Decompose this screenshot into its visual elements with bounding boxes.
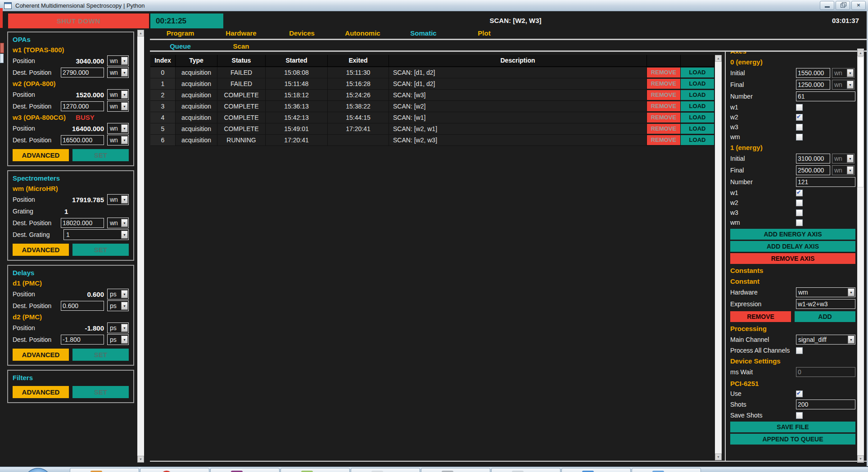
units-select[interactable]: wn▼ [107, 123, 129, 134]
scroll-down-icon[interactable]: ▼ [137, 456, 144, 463]
save-file-button[interactable]: SAVE FILE [730, 422, 855, 432]
taskbar-app-button[interactable] [351, 468, 420, 472]
append-to-queue-button[interactable]: APPEND TO QUEUE [730, 434, 855, 445]
remove-button[interactable]: REMOVE [647, 68, 680, 77]
wm-checkbox[interactable] [796, 134, 803, 141]
shutdown-button[interactable]: SHUT DOWN [8, 14, 149, 28]
remove-button[interactable]: REMOVE [647, 101, 680, 111]
save-shots-checkbox[interactable] [796, 412, 803, 419]
wm-checkbox[interactable] [796, 219, 803, 226]
load-button[interactable]: LOAD [681, 135, 714, 145]
scroll-up-icon[interactable]: ▲ [715, 55, 722, 62]
minimize-button[interactable] [820, 1, 834, 10]
taskbar-app-button[interactable] [632, 468, 701, 472]
tab-devices[interactable]: Devices [271, 28, 332, 38]
taskbar-app-button[interactable] [280, 468, 350, 472]
units-select[interactable]: wn▼ [832, 154, 854, 163]
dest-grating-select[interactable]: 1▼ [63, 229, 129, 240]
dest-position-input[interactable] [61, 101, 104, 111]
load-button[interactable]: LOAD [681, 79, 714, 89]
units-select[interactable]: ps▼ [107, 300, 129, 311]
taskbar-app-button[interactable] [421, 468, 490, 472]
units-select[interactable]: wn▼ [832, 68, 854, 78]
w3-checkbox[interactable] [796, 209, 803, 216]
number-input[interactable] [796, 177, 855, 187]
dest-position-input[interactable] [61, 301, 104, 311]
remove-constant-button[interactable]: REMOVE [730, 311, 791, 322]
units-select[interactable]: wn▼ [832, 80, 854, 90]
tab-program[interactable]: Program [150, 28, 211, 38]
close-button[interactable]: ✕ [851, 1, 866, 10]
w1-checkbox[interactable] [796, 104, 803, 111]
table-row[interactable]: 6 acquisition RUNNING 17:20:41 SCAN: [w2… [150, 135, 714, 146]
tab-scan[interactable]: Scan [211, 41, 271, 50]
set-button[interactable]: SET [72, 149, 129, 161]
dest-position-input[interactable] [61, 135, 104, 145]
load-button[interactable]: LOAD [681, 68, 714, 77]
taskbar-app-button[interactable] [70, 468, 139, 472]
units-select[interactable]: wn▼ [107, 194, 129, 205]
set-button[interactable]: SET [72, 244, 129, 256]
start-button[interactable] [24, 468, 52, 472]
units-select[interactable]: wn▼ [107, 101, 129, 112]
set-button[interactable]: SET [72, 386, 129, 398]
units-select[interactable]: wn▼ [107, 218, 129, 228]
w3-checkbox[interactable] [796, 124, 803, 131]
units-select[interactable]: wn▼ [832, 165, 854, 175]
initial-input[interactable] [796, 68, 830, 78]
load-button[interactable]: LOAD [681, 101, 714, 111]
tab-plot[interactable]: Plot [454, 28, 515, 38]
final-input[interactable] [796, 80, 830, 90]
load-button[interactable]: LOAD [681, 113, 714, 123]
use-checkbox[interactable] [796, 390, 803, 397]
expression-input[interactable] [796, 299, 855, 309]
table-row[interactable]: 4 acquisition COMPLETE 15:42:13 15:44:15… [150, 112, 714, 123]
tab-somatic[interactable]: Somatic [393, 28, 454, 38]
ms-wait-input[interactable] [796, 367, 855, 377]
remove-button[interactable]: REMOVE [647, 90, 680, 100]
table-row[interactable]: 1 acquisition FAILED 15:11:48 15:16:28 S… [150, 78, 714, 90]
table-row[interactable]: 3 acquisition COMPLETE 15:36:13 15:38:22… [150, 101, 714, 112]
scrollbar-thumb[interactable] [857, 57, 864, 187]
scroll-up-icon[interactable]: ▲ [857, 50, 864, 56]
taskbar-app-button[interactable] [491, 468, 561, 472]
units-select[interactable]: ps▼ [107, 334, 129, 345]
load-button[interactable]: LOAD [681, 124, 714, 134]
set-button[interactable]: SET [72, 349, 129, 361]
units-select[interactable]: wn▼ [107, 55, 129, 66]
dest-position-input[interactable] [61, 68, 104, 77]
table-row[interactable]: 2 acquisition COMPLETE 15:18:12 15:24:26… [150, 90, 714, 101]
process-all-checkbox[interactable] [796, 347, 803, 354]
remove-button[interactable]: REMOVE [647, 113, 680, 123]
shots-input[interactable] [796, 399, 855, 409]
units-select[interactable]: wn▼ [107, 135, 129, 145]
units-select[interactable]: wn▼ [107, 89, 129, 100]
scroll-up-icon[interactable]: ▲ [137, 30, 144, 36]
advanced-button[interactable]: ADVANCED [13, 149, 69, 161]
w2-checkbox[interactable] [796, 200, 803, 206]
w2-checkbox[interactable] [796, 114, 803, 121]
load-button[interactable]: LOAD [681, 90, 714, 100]
add-energy-axis-button[interactable]: ADD ENERGY AXIS [730, 229, 855, 240]
main-channel-select[interactable]: signal_diff▼ [796, 335, 855, 345]
add-delay-axis-button[interactable]: ADD DELAY AXIS [730, 241, 855, 252]
queue-scrollbar[interactable] [715, 55, 722, 460]
scroll-down-icon[interactable]: ▼ [715, 454, 722, 460]
scroll-down-icon[interactable]: ▼ [857, 455, 864, 462]
units-select[interactable]: ps▼ [107, 289, 129, 300]
add-constant-button[interactable]: ADD [795, 311, 855, 322]
remove-axis-button[interactable]: REMOVE AXIS [730, 253, 855, 264]
remove-button[interactable]: REMOVE [647, 135, 680, 145]
taskbar-app-button[interactable] [210, 468, 280, 472]
initial-input[interactable] [796, 154, 830, 163]
dest-position-input[interactable] [61, 218, 104, 228]
units-select[interactable]: wn▼ [107, 67, 129, 78]
remove-button[interactable]: REMOVE [647, 124, 680, 134]
number-input[interactable] [796, 91, 855, 101]
tab-autonomic[interactable]: Autonomic [332, 28, 393, 38]
dest-position-input[interactable] [61, 335, 104, 345]
units-select[interactable]: ps▼ [107, 322, 129, 333]
hardware-select[interactable]: wm▼ [796, 287, 855, 297]
taskbar-app-button[interactable] [140, 468, 209, 472]
tab-queue[interactable]: Queue [150, 41, 211, 50]
